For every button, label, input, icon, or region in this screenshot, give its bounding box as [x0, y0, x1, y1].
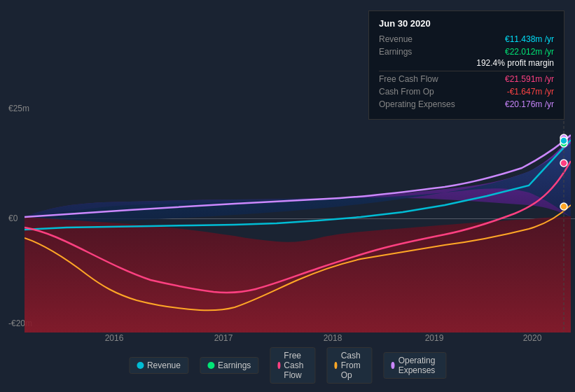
y-label-zero: €0: [8, 214, 18, 223]
legend-earnings-dot: [207, 362, 214, 369]
x-label-2019: 2019: [425, 333, 444, 343]
tooltip-fcf-row: Free Cash Flow €21.591m /yr: [379, 74, 554, 84]
tooltip-earnings-row: Earnings €22.012m /yr: [379, 47, 554, 57]
tooltip-profit-margin: 192.4% profit margin: [379, 58, 554, 68]
legend-opex-label: Operating Expenses: [399, 356, 438, 375]
tooltip-revenue-row: Revenue €11.438m /yr: [379, 34, 554, 44]
legend-earnings-label: Earnings: [218, 360, 251, 370]
x-label-2018: 2018: [324, 333, 342, 343]
tooltip-cashop-value: -€1.647m /yr: [507, 87, 554, 97]
legend-cashop-dot: [334, 362, 337, 369]
negative-area: [25, 216, 571, 332]
legend-fcf-dot: [277, 362, 280, 369]
x-label-2020: 2020: [523, 333, 542, 343]
tooltip-opex-value: €20.176m /yr: [505, 99, 554, 109]
fcf-dot: [560, 160, 567, 167]
legend-cashop-label: Cash From Op: [341, 351, 365, 380]
tooltip-date: Jun 30 2020: [379, 18, 554, 29]
cashop-dot: [560, 203, 567, 210]
tooltip-earnings-label: Earnings: [379, 47, 456, 57]
legend-revenue[interactable]: Revenue: [129, 357, 188, 374]
legend-fcf-label: Free Cash Flow: [284, 351, 307, 380]
legend-earnings[interactable]: Earnings: [200, 357, 258, 374]
chart-legend: Revenue Earnings Free Cash Flow Cash Fro…: [129, 347, 446, 384]
x-label-2016: 2016: [105, 333, 124, 343]
legend-opex-dot: [391, 362, 394, 369]
legend-opex[interactable]: Operating Expenses: [383, 352, 446, 379]
tooltip-fcf-value: €21.591m /yr: [505, 74, 554, 84]
tooltip-cashop-label: Cash From Op: [379, 87, 456, 97]
tooltip-box: Jun 30 2020 Revenue €11.438m /yr Earning…: [368, 10, 564, 120]
tooltip-cashop-row: Cash From Op -€1.647m /yr: [379, 87, 554, 97]
legend-fcf[interactable]: Free Cash Flow: [270, 347, 315, 384]
tooltip-opex-row: Operating Expenses €20.176m /yr: [379, 99, 554, 109]
earnings-area: [25, 144, 571, 227]
tooltip-revenue-value: €11.438m /yr: [505, 34, 554, 44]
legend-revenue-dot: [137, 362, 144, 369]
legend-revenue-label: Revenue: [147, 360, 181, 370]
tooltip-opex-label: Operating Expenses: [379, 99, 456, 109]
chart-svg: [25, 102, 571, 332]
tooltip-earnings-value: €22.012m /yr: [505, 47, 554, 57]
revenue-dot: [560, 137, 567, 144]
tooltip-revenue-label: Revenue: [379, 34, 456, 44]
tooltip-fcf-label: Free Cash Flow: [379, 74, 456, 84]
legend-cashop[interactable]: Cash From Op: [326, 347, 372, 384]
x-label-2017: 2017: [214, 333, 233, 343]
tooltip-divider: [379, 71, 554, 71]
